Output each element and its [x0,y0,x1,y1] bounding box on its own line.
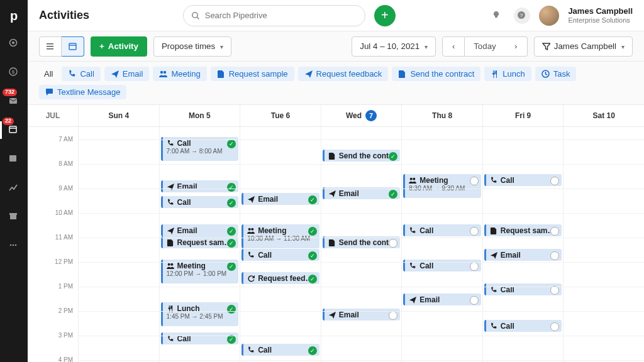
event-email[interactable]: Email [323,187,401,199]
chip-all[interactable]: All [39,67,58,81]
chip-request-feedback[interactable]: Request feedback [298,67,389,81]
chip-request-sample[interactable]: Request sample [211,67,294,81]
avatar[interactable] [539,6,559,26]
chip-call[interactable]: Call [62,67,100,81]
chip-send-the-contract[interactable]: Send the contract [392,67,480,81]
event-call[interactable]: Call [403,260,481,272]
event-call[interactable]: Call7:00 AM → 8:00 AM [161,137,239,161]
status-dot [227,305,236,314]
status-dot [227,183,236,192]
event-email[interactable]: Email [161,180,239,192]
next-week-button[interactable]: › [505,36,528,57]
today-button[interactable]: Today [465,36,505,57]
event-meeting[interactable]: Meeting12:00 PM → 1:00 PM [161,260,239,283]
topbar: Activities + James Campbell Enterprise S… [28,0,644,31]
user-menu[interactable]: James Campbell Enterprise Solutions [568,7,633,23]
status-dot [470,177,479,185]
help-icon[interactable] [514,8,530,24]
rail-products[interactable] [0,208,28,226]
search-input[interactable] [205,11,357,20]
send-icon [328,311,336,319]
chip-textline-message[interactable]: Textline Message [39,85,126,99]
event-email[interactable]: Email [242,193,319,205]
tips-icon[interactable] [489,8,505,24]
chip-meeting[interactable]: Meeting [153,67,206,81]
people-icon [167,262,174,270]
status-dot [308,195,317,204]
rail-activities[interactable]: 22 [0,121,28,139]
hour-label: 7 AM [28,136,78,160]
add-activity-button[interactable]: +Activity [91,36,147,57]
doc-icon [328,152,336,160]
status-dot [308,346,317,355]
event-request-sample[interactable]: Request sample [484,224,562,236]
event-request-sample[interactable]: Request sample [161,236,239,248]
user-sub: Enterprise Solutions [568,16,633,24]
event-meeting[interactable]: Meeting10:30 AM → 11:30 AM [242,224,319,248]
event-call[interactable]: Call [484,174,562,186]
event-request-feed-[interactable]: Request feed… [242,272,319,284]
event-email[interactable]: Email [323,309,401,321]
day-column: Call7:00 AM → 8:00 AMEmailCallEmailReque… [159,127,240,362]
event-call[interactable]: Call [242,344,319,356]
prev-week-button[interactable]: ‹ [442,36,465,57]
phone-icon [167,140,174,147]
send-icon [167,227,174,234]
status-dot [470,296,479,305]
status-dot [470,262,479,271]
day-column: Meeting8:30 AM → 9:30 AMCallCallEmail [401,127,482,362]
rail-insights[interactable] [0,179,28,197]
day-header: Thu 8 [401,105,482,126]
status-dot [227,335,236,344]
event-email[interactable]: Email [484,249,562,261]
day-header: Sun 4 [78,105,159,126]
user-filter-button[interactable]: James Campbell [534,36,633,57]
event-email[interactable]: Email [403,293,481,305]
view-list-button[interactable] [39,36,62,57]
event-lunch[interactable]: Lunch1:45 PM → 2:45 PM [161,302,239,326]
event-send-the-cont-[interactable]: Send the cont… [323,150,401,162]
chip-email[interactable]: Email [104,67,150,81]
refresh-icon [247,275,255,282]
send-icon [490,251,497,259]
propose-times-button[interactable]: Propose times [153,36,231,57]
status-dot [227,227,236,236]
chip-lunch[interactable]: Lunch [484,67,531,81]
doc-icon [490,227,497,234]
rail-mail[interactable]: 732 [0,92,28,110]
status-dot [308,227,317,236]
rail-leads[interactable] [0,35,28,52]
day-column: Send the cont…EmailSend the cont…Email [321,127,402,362]
hour-label: 4 PM [28,356,78,362]
global-add-button[interactable]: + [374,5,396,26]
event-meeting[interactable]: Meeting8:30 AM → 9:30 AM [403,174,481,198]
event-call[interactable]: Call [161,332,239,344]
status-dot [470,227,479,236]
mail-badge: 732 [3,89,17,96]
rail-deals[interactable] [0,63,28,81]
view-toggle [39,36,84,57]
status-dot [227,262,236,271]
day-column: EmailMeeting10:30 AM → 11:30 AMCallReque… [240,127,321,362]
event-send-the-cont-[interactable]: Send the cont… [323,236,401,248]
event-call[interactable]: Call [484,320,562,332]
rail-contacts[interactable] [0,150,28,168]
hour-label: 8 AM [28,160,78,185]
date-range-picker[interactable]: Jul 4 – 10, 2021 [352,36,436,57]
day-header: Sat 10 [563,105,644,126]
chip-task[interactable]: Task [535,67,577,81]
status-dot [227,140,236,148]
status-dot [308,275,317,283]
search-box[interactable] [183,5,365,26]
day-column [78,127,159,362]
view-calendar-button[interactable] [62,36,84,57]
rail-more[interactable] [0,237,28,255]
doc-icon [328,239,336,246]
page-title: Activities [39,9,89,22]
event-call[interactable]: Call [161,196,239,208]
event-call[interactable]: Call [484,283,562,295]
people-icon [409,177,416,184]
event-email[interactable]: Email [161,224,239,236]
event-call[interactable]: Call [242,249,319,261]
event-call[interactable]: Call [403,224,481,236]
